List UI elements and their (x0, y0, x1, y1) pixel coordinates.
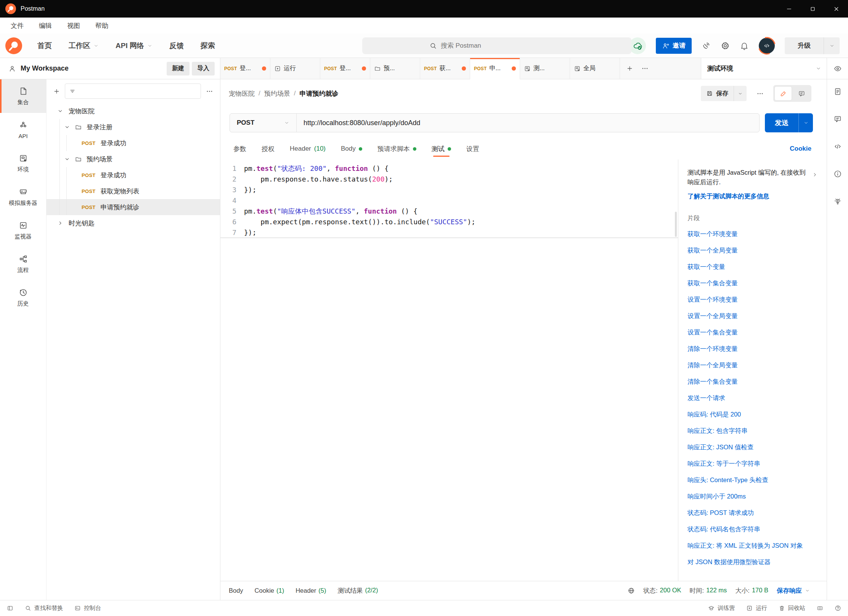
comments-button[interactable] (827, 107, 848, 131)
environment-selector[interactable]: 测试环境 (701, 58, 827, 79)
breadcrumb-item[interactable]: 宠物医院 (229, 89, 255, 98)
nav-feedback[interactable]: 反馈 (169, 41, 184, 51)
snippet-link[interactable]: 获取一个全局变量 (687, 243, 819, 259)
menu-item-3[interactable]: 帮助 (95, 21, 108, 30)
sidebar-item-environments[interactable]: 环境 (0, 146, 46, 180)
response-tab-Header[interactable]: Header(5) (296, 587, 326, 594)
upgrade-button[interactable]: 升级 (785, 37, 840, 54)
tree-folder[interactable]: 预约场景 (47, 151, 220, 167)
tree-collection[interactable]: 宠物医院 (47, 103, 220, 119)
environment-quick-look-button[interactable] (827, 58, 848, 79)
console-button[interactable]: 控制台 (74, 605, 101, 612)
snippet-link[interactable]: 获取一个环境变量 (687, 226, 819, 243)
tab-environment[interactable]: 测... (520, 58, 570, 79)
snippet-link[interactable]: 清除一个环境变量 (687, 341, 819, 357)
tab-request[interactable]: POST申... (470, 58, 520, 79)
nav-home[interactable]: 首页 (37, 41, 52, 51)
snippet-link[interactable]: 状态码: 代码名包含字符串 (687, 521, 819, 538)
new-button[interactable]: 新建 (167, 62, 190, 76)
chevron-right-icon[interactable] (812, 172, 818, 178)
request-more-button[interactable] (753, 87, 766, 100)
snippet-link[interactable]: 设置一个全局变量 (687, 308, 819, 325)
documentation-button[interactable] (827, 79, 848, 104)
send-options-button[interactable] (798, 113, 813, 132)
snippet-link[interactable]: 响应正文: 将 XML 正文转换为 JSON 对象 (687, 538, 819, 554)
response-tab-测试结果[interactable]: 测试结果(2/2) (337, 587, 378, 595)
tree-request[interactable]: POST获取宠物列表 (47, 183, 220, 199)
snippet-link[interactable]: 清除一个全局变量 (687, 357, 819, 374)
sidebar-item-api[interactable]: API (0, 113, 46, 146)
add-collection-button[interactable] (50, 85, 63, 97)
snippet-link[interactable]: 响应正文: 等于一个字符串 (687, 456, 819, 472)
code-snippet-button[interactable] (827, 134, 848, 159)
save-button[interactable]: 保存 (701, 86, 747, 101)
find-replace-button[interactable]: 查找和替换 (25, 605, 63, 612)
sidebar-item-collections[interactable]: 集合 (0, 79, 46, 113)
tree-folder[interactable]: 登录注册 (47, 119, 220, 135)
workspace-name[interactable]: My Workspace (21, 64, 69, 72)
tab-request[interactable]: POST登... (220, 58, 270, 79)
breadcrumb-item[interactable]: 申请预约就诊 (299, 89, 338, 98)
sidebar-item-mock-servers[interactable]: 模拟服务器 (0, 180, 46, 214)
edit-mode-button[interactable] (774, 86, 792, 101)
tree-request[interactable]: POST登录成功 (47, 135, 220, 151)
maximize-button[interactable] (801, 0, 824, 18)
tab-request[interactable]: POST登... (320, 58, 370, 79)
url-input[interactable] (304, 119, 752, 127)
help-button[interactable] (835, 605, 841, 611)
postman-logo-large-icon[interactable] (5, 37, 22, 54)
two-pane-button[interactable] (817, 605, 823, 611)
code-line[interactable]: 5pm.test("响应体中包含SUCCESS", function () { (220, 206, 678, 217)
snippet-link[interactable]: 响应码: 代码是 200 (687, 407, 819, 423)
snippet-link[interactable]: 响应头: Content-Type 头检查 (687, 472, 819, 489)
cookie-link[interactable]: Cookie (790, 145, 811, 153)
tab-folder[interactable]: 预... (370, 58, 420, 79)
snippet-link[interactable]: 对 JSON 数据使用微型验证器 (687, 554, 819, 571)
trash-button[interactable]: 回收站 (779, 605, 805, 612)
upgrade-dropdown[interactable] (824, 37, 840, 54)
editor-scrollbar[interactable] (675, 212, 677, 237)
code-line[interactable]: 3}); (220, 185, 678, 195)
breadcrumb-item[interactable]: 预约场景 (264, 89, 290, 98)
tab-environment[interactable]: 全局 (570, 58, 620, 79)
invite-button[interactable]: 邀请 (656, 38, 692, 54)
search-input[interactable] (441, 42, 555, 50)
tab-options-button[interactable] (638, 62, 651, 75)
request-tab-设置[interactable]: 设置 (466, 138, 479, 159)
learn-more-link[interactable]: 了解关于测试脚本的更多信息 (687, 192, 819, 201)
bootcamp-button[interactable]: 训练营 (708, 605, 735, 612)
snippet-link[interactable]: 响应正文: 包含字符串 (687, 423, 819, 439)
sync-status-button[interactable] (629, 37, 646, 54)
snippet-link[interactable]: 获取一个集合变量 (687, 275, 819, 292)
send-button[interactable]: 发送 (765, 113, 813, 132)
close-button[interactable] (824, 0, 848, 18)
save-options-button[interactable] (734, 86, 747, 101)
nav-explore[interactable]: 探索 (201, 41, 215, 51)
request-tab-Body[interactable]: Body (341, 138, 362, 159)
toggle-sidebar-button[interactable] (7, 605, 13, 611)
settings-gear-button[interactable] (721, 41, 730, 50)
snippet-link[interactable]: 获取一个变量 (687, 259, 819, 275)
menu-item-2[interactable]: 视图 (67, 21, 80, 30)
code-line[interactable]: 7}); (220, 227, 678, 238)
tree-collection[interactable]: 时光钥匙 (47, 215, 220, 231)
snippet-link[interactable]: 响应正文: JSON 值检查 (687, 439, 819, 456)
sidebar-item-history[interactable]: 历史 (0, 281, 46, 314)
code-line[interactable]: 1pm.test("状态码: 200", function () { (220, 163, 678, 174)
request-tab-测试[interactable]: 测试 (432, 138, 451, 159)
runner-button[interactable]: 运行 (746, 605, 767, 612)
global-search[interactable] (362, 37, 631, 54)
tab-runner[interactable]: 运行 (270, 58, 320, 79)
comment-mode-button[interactable] (793, 86, 810, 101)
tips-button[interactable] (827, 189, 848, 214)
minimize-button[interactable] (777, 0, 801, 18)
new-tab-button[interactable] (623, 62, 636, 75)
menu-item-1[interactable]: 编辑 (39, 21, 52, 30)
code-line[interactable]: 4 (220, 195, 678, 206)
snippet-link[interactable]: 发送一个请求 (687, 390, 819, 407)
request-tab-授权[interactable]: 授权 (262, 138, 275, 159)
snippet-link[interactable]: 设置一个环境变量 (687, 292, 819, 308)
user-avatar[interactable] (759, 38, 775, 54)
method-select[interactable]: POST (230, 114, 297, 132)
snippet-link[interactable]: 响应时间小于 200ms (687, 489, 819, 505)
